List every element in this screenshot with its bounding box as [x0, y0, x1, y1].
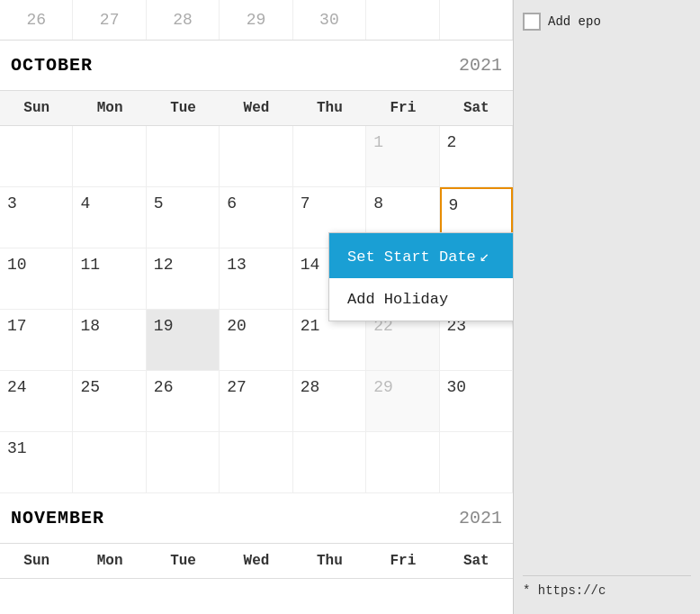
url-text: * https://c	[523, 583, 606, 598]
cal-cell-oct-12[interactable]: 12	[147, 248, 220, 310]
context-menu-set-start-date[interactable]: Set Start Date↙	[329, 233, 513, 278]
nov-dow-fri: Fri	[366, 544, 439, 578]
nov-dow-sat: Sat	[440, 544, 513, 578]
url-bar: * https://c	[523, 575, 691, 605]
cal-cell-empty-w6-7[interactable]	[440, 432, 513, 493]
cal-cell-oct-17[interactable]: 17	[0, 310, 73, 371]
november-year: 2021	[459, 508, 502, 528]
cal-cell-oct-26[interactable]: 26	[147, 371, 220, 432]
prev-day-27: 27	[73, 0, 146, 40]
dow-sun: Sun	[0, 91, 73, 125]
nov-dow-sun: Sun	[0, 544, 73, 578]
cal-cell-oct-31[interactable]: 31	[0, 432, 73, 493]
dow-mon: Mon	[73, 91, 146, 125]
cal-cell-empty-w6-4[interactable]	[220, 432, 292, 493]
add-epoch-checkbox[interactable]	[523, 13, 541, 31]
cal-cell-oct-25[interactable]: 25	[73, 371, 146, 432]
cal-cell-oct-10[interactable]: 10	[0, 248, 73, 310]
cal-cell-oct-19[interactable]: 19	[147, 310, 220, 371]
cal-cell-oct-2[interactable]: 2	[440, 126, 513, 187]
cal-cell-empty2[interactable]	[73, 126, 146, 187]
cal-cell-oct-6[interactable]: 6	[220, 187, 292, 248]
prev-day-empty2	[440, 0, 513, 40]
cal-cell-oct-13[interactable]: 13	[220, 248, 292, 310]
add-epoch-row: Add epo	[523, 9, 691, 34]
cal-cell-empty-w6-2[interactable]	[73, 432, 146, 493]
cal-cell-oct-18[interactable]: 18	[73, 310, 146, 371]
cal-cell-empty1[interactable]	[0, 126, 73, 187]
prev-day-30: 30	[293, 0, 366, 40]
dow-sat: Sat	[440, 91, 513, 125]
cal-cell-empty5[interactable]	[293, 126, 366, 187]
november-dow-header: Sun Mon Tue Wed Thu Fri Sat	[0, 543, 513, 579]
november-month-name: NOVEMBER	[11, 508, 104, 528]
add-epoch-label: Add epo	[548, 14, 601, 29]
cal-cell-oct-20[interactable]: 20	[220, 310, 292, 371]
cal-cell-oct-24[interactable]: 24	[0, 371, 73, 432]
cal-cell-empty-w6-5[interactable]	[293, 432, 366, 493]
nov-dow-thu: Thu	[293, 544, 366, 578]
cal-cell-oct-5[interactable]: 5	[147, 187, 220, 248]
cursor-arrow-icon: ↙	[480, 246, 489, 266]
prev-day-empty1	[366, 0, 439, 40]
cal-cell-empty-w6-3[interactable]	[147, 432, 220, 493]
nov-dow-mon: Mon	[73, 544, 146, 578]
cal-cell-empty4[interactable]	[220, 126, 292, 187]
cal-cell-oct-11[interactable]: 11	[73, 248, 146, 310]
cal-cell-empty-w6-6[interactable]	[366, 432, 439, 493]
cal-cell-oct-27[interactable]: 27	[220, 371, 292, 432]
dow-fri: Fri	[366, 91, 439, 125]
nov-dow-wed: Wed	[220, 544, 292, 578]
cal-cell-oct-3[interactable]: 3	[0, 187, 73, 248]
nov-dow-tue: Tue	[147, 544, 220, 578]
context-menu-add-holiday[interactable]: Add Holiday	[329, 278, 513, 321]
dow-thu: Thu	[293, 91, 366, 125]
dow-wed: Wed	[220, 91, 292, 125]
november-header: NOVEMBER 2021	[0, 493, 513, 543]
cal-cell-empty3[interactable]	[147, 126, 220, 187]
prev-month-row: 26 27 28 29 30	[0, 0, 513, 41]
dow-tue: Tue	[147, 91, 220, 125]
cal-cell-oct-29[interactable]: 29	[366, 371, 439, 432]
calendar-area: 26 27 28 29 30 OCTOBER 2021 Sun Mon Tue …	[0, 0, 513, 614]
cal-cell-oct-30[interactable]: 30	[440, 371, 513, 432]
prev-day-29: 29	[220, 0, 292, 40]
october-dow-header: Sun Mon Tue Wed Thu Fri Sat	[0, 90, 513, 126]
october-header: OCTOBER 2021	[0, 41, 513, 90]
cal-cell-oct-1[interactable]: 1	[366, 126, 439, 187]
october-year: 2021	[459, 55, 502, 76]
october-month-name: OCTOBER	[11, 55, 93, 76]
prev-day-28: 28	[147, 0, 220, 40]
context-menu: Set Start Date↙ Add Holiday	[328, 232, 513, 321]
cal-cell-oct-28[interactable]: 28	[293, 371, 366, 432]
right-sidebar: Add epo * https://c	[513, 0, 700, 614]
cal-cell-oct-4[interactable]: 4	[73, 187, 146, 248]
prev-day-26: 26	[0, 0, 73, 40]
